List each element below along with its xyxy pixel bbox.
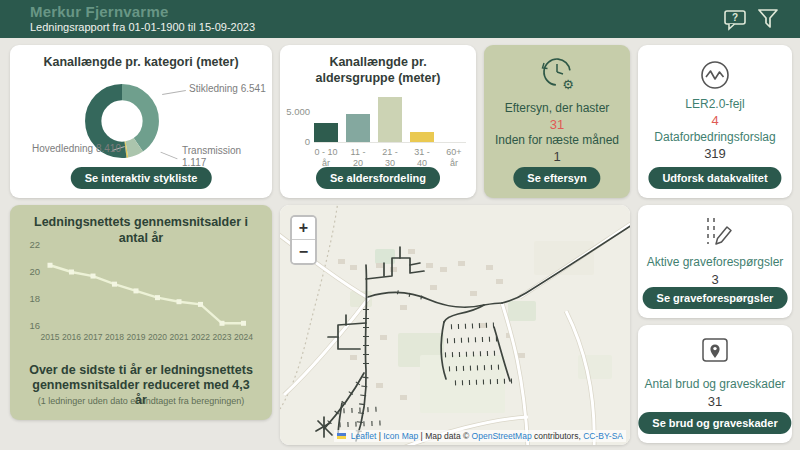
- line-chart: 2220181620152016201720182019202020212022…: [22, 237, 262, 349]
- svg-text:2017: 2017: [84, 332, 103, 342]
- data-improvement-label: Dataforbedringsforslag: [638, 130, 792, 144]
- see-age-distribution-button[interactable]: Se aldersfordeling: [316, 167, 440, 189]
- svg-text:20: 20: [29, 266, 40, 277]
- card-network-map: + − Leaflet | Icon Map | Map data © Open…: [280, 205, 630, 445]
- card-dig-requests: Aktive graveforespørgsler 3 Se gravefore…: [638, 205, 792, 318]
- report-date-range: Ledningsrapport fra 01-01-1900 til 15-09…: [30, 21, 255, 33]
- svg-text:?: ?: [732, 12, 738, 23]
- bar-ytick-5000: 5.000: [284, 106, 310, 117]
- bar-21 - 30 år: [378, 97, 402, 142]
- map-zoom-out-button[interactable]: −: [292, 240, 315, 263]
- help-chat-icon[interactable]: ?: [722, 8, 748, 36]
- svg-text:2018: 2018: [105, 332, 124, 342]
- osm-link[interactable]: OpenStreetMap: [472, 431, 532, 441]
- svg-text:2020: 2020: [148, 332, 167, 342]
- card-inspections: ⚙ Eftersyn, der haster 31 Inden for næst…: [484, 45, 630, 198]
- app-header: Merkur Fjernvarme Ledningsrapport fra 01…: [0, 0, 800, 38]
- donut-label-transmission: Transmission 1.117: [182, 145, 256, 169]
- avg-age-footnote: (1 ledninger uden dato er undtaget fra b…: [10, 396, 272, 406]
- ler-errors-label: LER2.0-fejl: [638, 97, 792, 111]
- card-network-average-age: Ledningsnettets gennemsnitsalder i antal…: [10, 205, 272, 420]
- svg-text:2019: 2019: [127, 332, 146, 342]
- card-channel-length-by-age: Kanallængde pr. aldersgruppe (meter) 5.0…: [280, 45, 476, 198]
- bar-chart: [314, 97, 466, 143]
- damages-label: Antal brud og graveskader: [638, 377, 792, 391]
- ler-errors-value: 4: [638, 113, 792, 128]
- dig-requests-value: 3: [638, 272, 792, 287]
- inspections-next-month-label: Inden for næste måned: [484, 133, 630, 147]
- donut-label-stikledning: Stikledning 6.541: [189, 83, 266, 95]
- bar-11 - 20 år: [346, 114, 370, 142]
- inspections-urgent-label: Eftersyn, der haster: [484, 101, 630, 115]
- svg-text:2016: 2016: [62, 332, 81, 342]
- svg-text:2021: 2021: [170, 332, 189, 342]
- pulse-icon: [697, 57, 733, 97]
- see-interactive-parts-list-button[interactable]: Se interaktiv stykliste: [71, 167, 212, 189]
- svg-text:16: 16: [29, 320, 40, 331]
- dig-requests-label: Aktive graveforespørgsler: [638, 255, 792, 269]
- leaflet-link[interactable]: Leaflet: [351, 431, 377, 441]
- donut-card-title: Kanallængde pr. kategori (meter): [10, 55, 272, 71]
- see-damages-button[interactable]: Se brud og graveskader: [638, 412, 791, 434]
- map-attribution: Leaflet | Icon Map | Map data © OpenStre…: [334, 430, 626, 442]
- map-zoom-control: + −: [290, 215, 317, 265]
- dig-request-pencil-icon: [695, 214, 735, 252]
- app-title: Merkur Fjernvarme: [30, 3, 168, 20]
- see-inspections-button[interactable]: Se eftersyn: [513, 167, 600, 189]
- svg-text:2023: 2023: [213, 332, 232, 342]
- svg-text:2015: 2015: [41, 332, 60, 342]
- svg-text:⚙: ⚙: [562, 77, 574, 92]
- svg-text:22: 22: [29, 239, 40, 250]
- svg-text:18: 18: [29, 293, 40, 304]
- service-sync-gear-icon: ⚙: [534, 53, 580, 99]
- donut-label-hovedledning: Hovedledning 8.410: [32, 143, 121, 155]
- filter-icon[interactable]: [756, 7, 780, 35]
- card-data-quality: LER2.0-fejl 4 Dataforbedringsforslag 319…: [638, 45, 792, 198]
- svg-text:2024: 2024: [234, 332, 253, 342]
- data-improvement-value: 319: [638, 146, 792, 161]
- bar-31 - 40 år: [410, 132, 434, 142]
- card-breaks-and-damages: Antal brud og graveskader 31 Se brud og …: [638, 325, 792, 443]
- license-link[interactable]: CC-BY-SA: [583, 431, 623, 441]
- svg-text:2022: 2022: [191, 332, 210, 342]
- bar-0 - 10 år: [314, 123, 338, 142]
- location-pin-icon: [695, 336, 735, 372]
- ukraine-flag-icon: [337, 433, 346, 439]
- inspections-next-month-value: 1: [484, 149, 630, 164]
- network-map[interactable]: [280, 205, 630, 445]
- see-dig-requests-button[interactable]: Se graveforespørgsler: [643, 287, 788, 309]
- inspections-urgent-value: 31: [484, 117, 630, 132]
- damages-value: 31: [638, 394, 792, 409]
- bar-card-title: Kanallængde pr. aldersgruppe (meter): [280, 55, 476, 86]
- map-zoom-in-button[interactable]: +: [292, 217, 315, 240]
- card-channel-length-by-category: Kanallængde pr. kategori (meter) Stikled…: [10, 45, 272, 198]
- icon-map-link[interactable]: Icon Map: [383, 431, 418, 441]
- bar-ytick-0: 0: [284, 136, 310, 147]
- explore-data-quality-button[interactable]: Udforsk datakvalitet: [648, 167, 781, 189]
